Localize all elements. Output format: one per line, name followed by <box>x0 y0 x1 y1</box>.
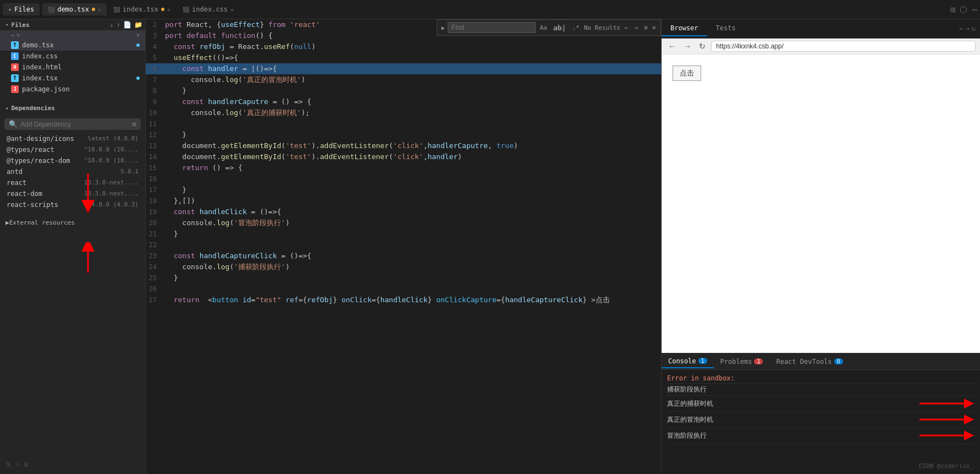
code-line-12: 12 } <box>146 129 661 140</box>
code-line-24: 24 console.log('捕获阶段执行') <box>146 261 661 273</box>
dep-search-bar[interactable]: 🔍 ≡ <box>4 118 141 130</box>
browser-url-bar[interactable] <box>711 41 976 52</box>
close-icon-demo[interactable]: ✕ <box>98 7 101 13</box>
demo-click-button[interactable]: 点击 <box>673 66 701 81</box>
file-item-index-tsx[interactable]: T index.tsx <box>0 73 145 84</box>
code-line-10: 10 console.log('真正的捕获时机'); <box>146 107 661 118</box>
share-icon[interactable]: ⊡ <box>24 460 29 468</box>
code-text-20: console.log('冒泡阶段执行') <box>165 217 661 228</box>
code-text-19: const handleClick = ()=>{ <box>165 206 661 217</box>
find-input[interactable] <box>448 22 536 33</box>
files-section-header[interactable]: ▾ Files ↓ ↑ 📄 📁 <box>0 19 145 30</box>
console-line-2: 真正的捕获时机 <box>667 396 975 412</box>
code-line-17: 17 } <box>146 184 661 195</box>
browser-refresh-btn[interactable]: ↻ <box>697 41 708 52</box>
new-folder-icon[interactable]: 📁 <box>134 21 142 29</box>
problems-badge: 1 <box>754 358 763 364</box>
file-name-index-html: index.html <box>22 63 62 71</box>
close-icon-index-css[interactable]: ✕ <box>230 7 234 13</box>
expand-find-icon[interactable]: ▶ <box>442 25 445 31</box>
prev-match-icon[interactable]: ← <box>623 24 630 32</box>
github-icon[interactable]: ⑂ <box>15 460 20 468</box>
split-editor-icon[interactable]: ⊞ <box>950 4 956 15</box>
code-line-18: 18 },[]) <box>146 195 661 206</box>
code-line-9: 9 const handlerCaputre = () => { <box>146 96 661 107</box>
line-num-15: 15 <box>146 162 165 173</box>
code-line-6: 6 const handler = |()=>{ <box>146 63 661 74</box>
editor-tab-index-css[interactable]: ⬛ index.css ✕ <box>177 3 239 15</box>
code-text-5: useEffect(()=>{ <box>165 52 661 63</box>
dep-item-react[interactable]: react 18.3.0-next.... <box>0 177 145 188</box>
chevron-dependencies: ▾ <box>5 106 8 111</box>
console-tab-console[interactable]: Console 1 <box>662 355 714 368</box>
match-case-icon[interactable]: Aa <box>538 24 549 32</box>
nav-refresh-icon[interactable]: ↻ <box>972 25 976 32</box>
find-no-results: No Results <box>584 24 620 31</box>
dep-name: @types/react <box>7 146 54 154</box>
file-item-demo-tsx[interactable]: T demo.tsx <box>0 40 145 51</box>
regex-icon[interactable]: .* <box>570 24 581 32</box>
editor-tab-demo[interactable]: ⬛ demo.tsx ✕ <box>42 3 107 15</box>
code-line-4: 4 const refObj = React.useRef(null) <box>146 41 661 52</box>
close-icon-index-tsx[interactable]: ✕ <box>167 7 170 13</box>
console-tab-problems[interactable]: Problems 1 <box>714 356 770 368</box>
files-tab[interactable]: ▾ Files <box>3 3 40 15</box>
browser-back-btn[interactable]: ← <box>666 41 678 52</box>
console-text-1: 捕获阶段执行 <box>667 385 707 394</box>
code-content-area[interactable]: 2 port React, {useEffect} from 'react' 3… <box>146 19 661 474</box>
arrow-stage-icon <box>920 429 975 442</box>
dep-version: 5.0.1 <box>120 168 139 176</box>
react-devtools-tab-label: React DevTools <box>776 358 832 366</box>
file-item-index-html[interactable]: H index.html <box>0 62 145 73</box>
select-all-matches-icon[interactable]: ≡ <box>642 24 649 32</box>
line-num-8: 8 <box>146 85 165 96</box>
dep-item-react-dom[interactable]: react-dom 18.3.0-next.... <box>0 188 145 199</box>
code-text-13: document.getElementById('test').addEvent… <box>165 140 661 151</box>
layout-icon[interactable]: ⬡ <box>960 4 967 15</box>
find-close-icon[interactable]: ✕ <box>652 24 656 31</box>
file-name-index-css: index.css <box>22 52 58 60</box>
code-line-8: 8 } <box>146 85 661 96</box>
console-tab-bar: Console 1 Problems 1 React DevTools 0 <box>662 353 980 370</box>
sort-up-icon[interactable]: ↑ <box>117 21 120 29</box>
nav-back-icon[interactable]: ← <box>959 25 963 32</box>
dep-version: 18.3.0-next.... <box>84 179 139 187</box>
file-name-index-tsx: index.tsx <box>22 74 58 82</box>
tests-tab[interactable]: Tests <box>707 21 745 36</box>
code-line-20: 20 console.log('冒泡阶段执行') <box>146 217 661 228</box>
browser-tab[interactable]: Browser <box>662 21 707 36</box>
dep-search-input[interactable] <box>20 121 129 128</box>
console-badge: 1 <box>698 358 707 364</box>
sort-down-icon[interactable]: ↓ <box>110 21 114 29</box>
dep-item-antd[interactable]: antd 5.0.1 <box>0 166 145 177</box>
dep-item-react-scripts[interactable]: react-scripts ^4.0.0 (4.0.3) <box>0 199 145 210</box>
twitter-icon[interactable]: 𝕏 <box>5 460 11 468</box>
top-tab-bar: ▾ Files ⬛ demo.tsx ✕ ⬛ index.tsx ✕ ⬛ ind… <box>0 0 980 19</box>
dep-version: ^18.0.0 (18.... <box>84 146 139 154</box>
file-item-index-css[interactable]: C index.css <box>0 51 145 62</box>
browser-content-area: 点击 <box>662 55 980 353</box>
external-resources-section[interactable]: ▶ External resources <box>0 216 145 230</box>
browser-forward-btn[interactable]: → <box>681 41 693 52</box>
next-match-icon[interactable]: → <box>633 24 640 32</box>
more-icon[interactable]: ⋯ <box>972 4 977 15</box>
new-file-icon[interactable]: 📄 <box>123 21 131 29</box>
nav-forward-icon[interactable]: → <box>966 25 970 32</box>
console-line-1: 捕获阶段执行 <box>667 384 975 396</box>
file-item-package-json[interactable]: J package.json <box>0 84 145 95</box>
dep-item-types-react[interactable]: @types/react ^18.0.0 (18.... <box>0 144 145 155</box>
console-tab-react-devtools[interactable]: React DevTools 0 <box>769 356 849 368</box>
sidebar-file-demo-tsx[interactable]: ← ✎ ✕ <box>0 30 145 40</box>
code-line-26: 26 <box>146 284 661 295</box>
dependencies-section-header[interactable]: ▾ Dependencies <box>0 101 145 115</box>
dep-item-types-react-dom[interactable]: @types/react-dom ^18.0.0 (18.... <box>0 155 145 166</box>
match-word-icon[interactable]: ab| <box>552 23 568 32</box>
line-num-25: 25 <box>146 273 165 284</box>
editor-tab-index-tsx[interactable]: ⬛ index.tsx ✕ <box>108 3 176 15</box>
line-num-4: 4 <box>146 41 165 52</box>
chevron-external: ▶ <box>5 219 9 226</box>
dep-filter-icon[interactable]: ≡ <box>132 120 136 128</box>
right-panel: Browser Tests ← → ↻ ← → ↻ <box>661 19 980 474</box>
line-num-23: 23 <box>146 250 165 261</box>
dep-item-ant-design-icons[interactable]: @ant-design/icons latest (4.8.0) <box>0 133 145 144</box>
